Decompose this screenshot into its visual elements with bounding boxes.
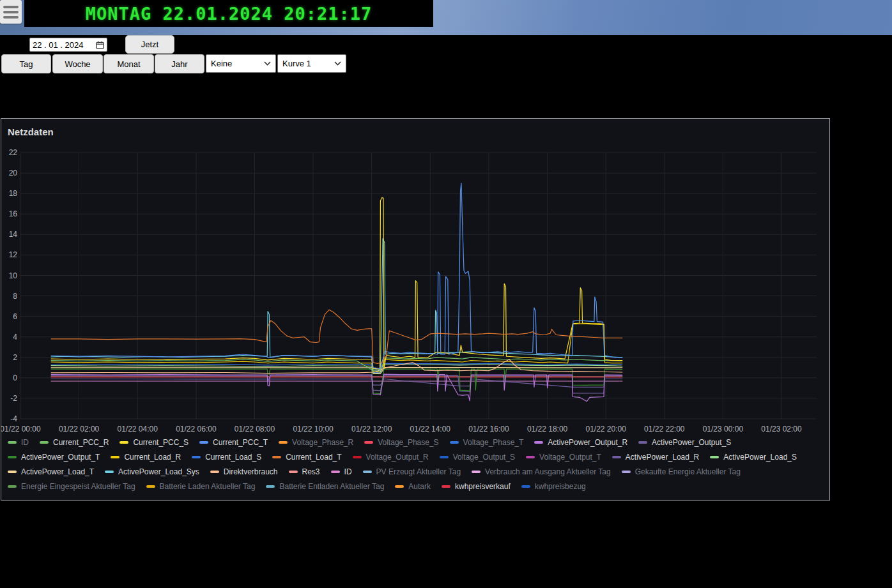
legend-item[interactable]: ActivePower_Output_S [638,438,731,447]
y-axis-labels: -4-20246810121416182022 [9,148,18,423]
legend-item[interactable]: Energie Eingespeist Aktueller Tag [8,482,135,491]
legend-item[interactable]: kwhpreisbezug [521,482,586,491]
legend-item[interactable]: ActivePower_Output_T [8,453,100,462]
svg-text:01/22 10:00: 01/22 10:00 [293,425,334,433]
legend-series-marker [146,485,155,488]
range-button-jahr[interactable]: Jahr [155,54,204,73]
curve-select[interactable]: Kurve 1 [277,54,346,73]
svg-text:01/22 18:00: 01/22 18:00 [527,425,568,433]
legend-item[interactable]: Res3 [289,467,320,476]
legend-series-marker [353,456,362,458]
legend-item[interactable]: Voltage_Phase_T [450,438,524,447]
legend-series-label: Batterie Entladen Aktueller Tag [279,482,384,491]
legend-item[interactable]: Current_Load_R [111,453,181,462]
legend-item[interactable]: Voltage_Output_S [440,453,515,462]
legend-series-label: Voltage_Phase_R [292,438,353,447]
legend-item[interactable]: Direktverbrauch [210,467,278,476]
legend-series-label: kwhpreisbezug [535,482,586,491]
legend-item[interactable]: Current_Load_S [192,453,261,462]
chevron-down-icon [264,61,271,66]
legend-series-marker [111,456,119,458]
curve-select-value: Kurve 1 [282,59,311,68]
legend-item[interactable]: ActivePower_Output_R [534,438,627,447]
legend-item[interactable]: Current_Load_T [272,453,341,462]
legend-item[interactable]: kwhpreisverkauf [442,482,511,491]
legend-item[interactable]: Voltage_Output_T [526,453,601,462]
legend-item[interactable]: ID [331,467,352,476]
hamburger-menu-button[interactable] [0,0,22,24]
legend-series-label: Current_Load_S [205,453,261,462]
legend-series-label: Autark [408,482,431,491]
legend-item[interactable]: Autark [395,482,431,491]
curve-filter-select[interactable]: Keine [206,54,276,73]
legend-item[interactable]: Current_PCC_R [40,438,109,447]
range-button-monat[interactable]: Monat [104,54,154,73]
legend-series-label: ActivePower_Load_T [21,467,94,476]
legend-series-label: Voltage_Phase_S [378,438,438,447]
legend-series-label: Verbrauch am Ausgang Aktueller Tag [485,467,611,476]
legend-series-marker [534,441,543,444]
legend-item[interactable]: ActivePower_Load_S [710,453,797,462]
svg-text:01/22 14:00: 01/22 14:00 [410,425,451,433]
legend-series-marker [199,441,208,444]
legend-series-marker [289,471,298,473]
legend-item[interactable]: ActivePower_Load_T [8,467,94,476]
legend-series-label: Voltage_Output_R [366,453,429,462]
legend-series-label: ID [344,467,352,476]
svg-text:8: 8 [13,292,17,301]
legend-item[interactable]: Voltage_Output_R [353,453,429,462]
date-input[interactable]: 22 . 01 . 2024 [29,38,107,52]
legend-series-label: Current_Load_R [124,453,181,462]
now-button[interactable]: Jetzt [125,35,174,54]
legend-series-label: Voltage_Output_T [539,453,601,462]
legend-item[interactable]: Verbrauch am Ausgang Aktueller Tag [472,467,611,476]
range-button-tag[interactable]: Tag [1,54,51,73]
legend-item[interactable]: Voltage_Phase_R [279,438,353,447]
legend-item[interactable]: Current_PCC_S [119,438,188,447]
legend-series-label: ActivePower_Load_Sys [118,467,199,476]
svg-text:0: 0 [13,373,17,382]
legend-series-label: ActivePower_Output_T [21,453,100,462]
legend-item[interactable]: ID [8,438,29,447]
svg-text:14: 14 [9,230,18,239]
legend-series-marker [192,456,201,458]
legend-series-marker [526,456,535,458]
legend-series-marker [119,441,128,444]
legend-item[interactable]: Batterie Laden Aktueller Tag [146,482,256,491]
x-axis-labels: 01/22 00:0001/22 02:0001/22 04:0001/22 0… [1,425,802,433]
chevron-down-icon [334,61,341,66]
legend-series-label: Direktverbrauch [224,467,278,476]
svg-text:6: 6 [13,312,17,321]
range-button-woche[interactable]: Woche [52,54,103,73]
hamburger-icon [3,11,19,13]
legend-series-label: Voltage_Output_S [453,453,515,462]
legend-series-marker [266,485,275,488]
legend-series-label: ActivePower_Output_S [652,438,731,447]
legend-series-label: Current_PCC_T [213,438,268,447]
legend-series-label: ActivePower_Load_R [626,453,699,462]
series-Current_PCC_T [51,183,622,368]
svg-text:22: 22 [9,148,18,157]
legend-item[interactable]: Gekaufte Energie Aktueller Tag [622,467,741,476]
legend-item[interactable]: Voltage_Phase_S [364,438,438,447]
legend-series-label: ActivePower_Output_R [548,438,627,447]
calendar-icon[interactable] [96,41,104,49]
legend-item[interactable]: Batterie Entladen Aktueller Tag [266,482,384,491]
legend-series-marker [710,456,719,458]
svg-text:01/23 00:00: 01/23 00:00 [703,425,744,433]
legend-item[interactable]: ActivePower_Load_R [612,453,699,462]
legend-series-marker [442,485,450,488]
legend-item[interactable]: ActivePower_Load_Sys [105,467,199,476]
legend-series-label: Energie Eingespeist Aktueller Tag [21,482,135,491]
svg-text:12: 12 [9,250,18,259]
legend-item[interactable]: PV Erzeugt Aktueller Tag [363,467,461,476]
legend-series-marker [395,485,404,488]
svg-text:4: 4 [13,333,17,342]
legend-item[interactable]: Current_PCC_T [199,438,268,447]
legend-series-label: Current_Load_T [286,453,341,462]
legend-series-marker [40,441,49,444]
legend-series-marker [331,471,340,473]
legend-series-label: ID [21,438,29,447]
svg-text:01/22 08:00: 01/22 08:00 [235,425,275,433]
legend-series-label: kwhpreisverkauf [455,482,511,491]
